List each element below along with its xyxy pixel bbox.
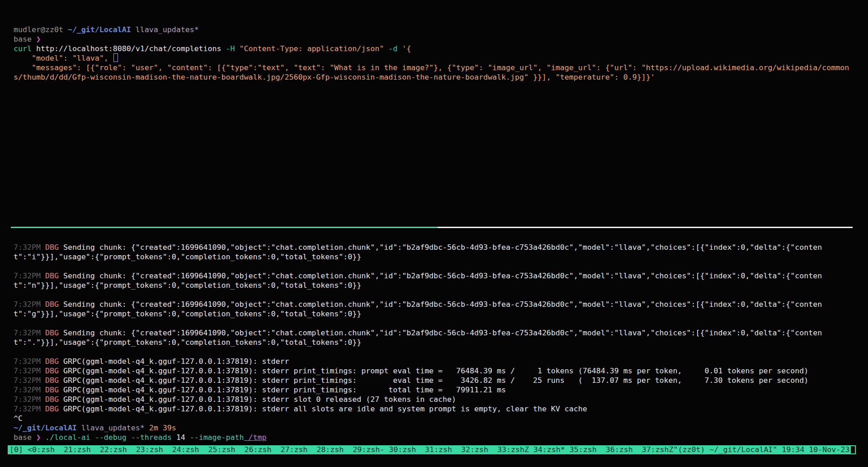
text-segment: curl <box>14 44 32 53</box>
log-line-chunk-3: 7:32PM DBG Sending chunk: {"created":169… <box>14 300 854 319</box>
text-segment: ~/_git/LocalAI <box>68 25 131 34</box>
text-segment: Sending chunk: {"created":1699641090,"ob… <box>14 300 822 318</box>
pane-server-logs[interactable]: 7:32PM DBG Sending chunk: {"created":169… <box>14 243 854 442</box>
log-blank-line <box>14 290 854 300</box>
log-timestamp: 7:32PM <box>14 357 45 366</box>
text-segment: Sending chunk: {"created":1699641090,"ob… <box>14 272 822 290</box>
text-segment: -d <box>384 44 397 53</box>
log-level-badge: DBG <box>45 300 63 309</box>
log-timestamp: 7:32PM <box>14 243 45 252</box>
text-segment: GRPC(ggml-model-q4_k.gguf-127.0.0.1:3781… <box>63 386 506 394</box>
log-timestamp: 7:32PM <box>14 386 45 394</box>
text-segment: GRPC(ggml-model-q4_k.gguf-127.0.0.1:3781… <box>63 376 808 385</box>
text-segment: GRPC(ggml-model-q4_k.gguf-127.0.0.1:3781… <box>63 357 294 366</box>
status-bar-cursor-block <box>851 446 855 453</box>
tmux-status-bar[interactable]: [0] <0:zsh 21:zsh 22:zsh 23:zsh 24:zsh 2… <box>8 445 856 454</box>
log-level-badge: DBG <box>45 395 63 404</box>
log-level-badge: DBG <box>45 243 63 252</box>
command-line-model: "model": "llava", <box>14 53 854 63</box>
log-level-badge: DBG <box>45 272 63 280</box>
text-segment: ^C <box>14 414 23 423</box>
pane-curl-command[interactable]: mudler@zz0t ~/_git/LocalAI llava_updates… <box>14 25 854 82</box>
bottom-command-line: base ❯ ./local-ai --debug --threads 14 -… <box>14 433 854 442</box>
pane-divider-active-segment <box>11 227 438 228</box>
log-line-slots-idle: 7:32PM DBG GRPC(ggml-model-q4_k.gguf-127… <box>14 404 854 414</box>
prompt-line: base ❯ <box>14 34 854 44</box>
text-segment: 14 <box>172 433 185 442</box>
log-line-slot-released: 7:32PM DBG GRPC(ggml-model-q4_k.gguf-127… <box>14 395 854 404</box>
log-blank-line <box>14 262 854 271</box>
log-timestamp: 7:32PM <box>14 395 45 404</box>
text-segment: "model": "llava", <box>14 54 113 62</box>
text-segment: GRPC(ggml-model-q4_k.gguf-127.0.0.1:3781… <box>63 367 808 375</box>
text-segment: base <box>14 35 36 43</box>
log-level-badge: DBG <box>45 357 63 366</box>
log-blank-line <box>14 319 854 328</box>
log-level-badge: DBG <box>45 329 63 337</box>
text-segment: --image-path <box>185 433 244 442</box>
text-segment: /tmp <box>244 433 267 442</box>
text-segment: llava_updates* <box>77 424 145 432</box>
tmux-window-list: [0] <0:zsh 21:zsh 22:zsh 23:zsh 24:zsh 2… <box>9 445 849 454</box>
text-segment: llava_updates* <box>131 25 199 34</box>
text-segment: base <box>14 433 36 442</box>
text-segment: "Content-Type: application/json" <box>235 44 384 53</box>
text-segment: ~/_git/LocalAI <box>14 424 77 432</box>
prompt-context-line: mudler@zz0t ~/_git/LocalAI llava_updates… <box>14 25 854 34</box>
text-segment: "messages": [{"role": "user", "content":… <box>14 63 849 81</box>
log-line-chunk-4: 7:32PM DBG Sending chunk: {"created":169… <box>14 328 854 347</box>
log-timestamp: 7:32PM <box>14 329 45 337</box>
log-line-chunk-2: 7:32PM DBG Sending chunk: {"created":169… <box>14 271 854 290</box>
log-line-chunk-1: 7:32PM DBG Sending chunk: {"created":169… <box>14 243 854 262</box>
terminal-cursor <box>113 53 118 62</box>
tmux-pane-divider[interactable] <box>11 227 853 228</box>
log-line-prompt-eval-time: 7:32PM DBG GRPC(ggml-model-q4_k.gguf-127… <box>14 366 854 376</box>
text-segment: '{ <box>397 44 411 53</box>
log-timestamp: 7:32PM <box>14 405 45 413</box>
log-timestamp: 7:32PM <box>14 272 45 280</box>
pane-divider-inactive-segment <box>438 227 853 228</box>
text-segment: ❯ <box>36 35 41 43</box>
log-blank-line <box>14 347 854 357</box>
log-line-total-time: 7:32PM DBG GRPC(ggml-model-q4_k.gguf-127… <box>14 385 854 395</box>
text-segment: GRPC(ggml-model-q4_k.gguf-127.0.0.1:3781… <box>63 395 456 404</box>
log-line-eval-time: 7:32PM DBG GRPC(ggml-model-q4_k.gguf-127… <box>14 376 854 385</box>
text-segment: --debug --threads <box>90 433 172 442</box>
log-timestamp: 7:32PM <box>14 367 45 375</box>
text-segment: Sending chunk: {"created":1699641090,"ob… <box>14 329 822 347</box>
log-level-badge: DBG <box>45 405 63 413</box>
log-level-badge: DBG <box>45 367 63 375</box>
text-segment: mudler@zz0t <box>14 25 68 34</box>
command-line-messages: "messages": [{"role": "user", "content":… <box>14 63 854 82</box>
text-segment: Sending chunk: {"created":1699641090,"ob… <box>14 243 822 261</box>
text-segment: ./local-ai <box>41 433 90 442</box>
log-timestamp: 7:32PM <box>14 300 45 309</box>
text-segment: ❯ <box>36 433 41 442</box>
log-level-badge: DBG <box>45 376 63 385</box>
log-line-grpc-stderr: 7:32PM DBG GRPC(ggml-model-q4_k.gguf-127… <box>14 357 854 366</box>
log-line-sigint: ^C <box>14 414 854 423</box>
command-line-curl: curl http://localhost:8080/v1/chat/compl… <box>14 44 854 53</box>
text-segment: GRPC(ggml-model-q4_k.gguf-127.0.0.1:3781… <box>63 405 587 413</box>
log-timestamp: 7:32PM <box>14 376 45 385</box>
command-duration: 2m 39s <box>145 424 176 432</box>
bottom-prompt-context-line: ~/_git/LocalAI llava_updates* 2m 39s <box>14 423 854 433</box>
text-segment: http://localhost:8080/v1/chat/completion… <box>32 44 222 53</box>
log-level-badge: DBG <box>45 386 63 394</box>
text-segment: -H <box>222 44 235 53</box>
